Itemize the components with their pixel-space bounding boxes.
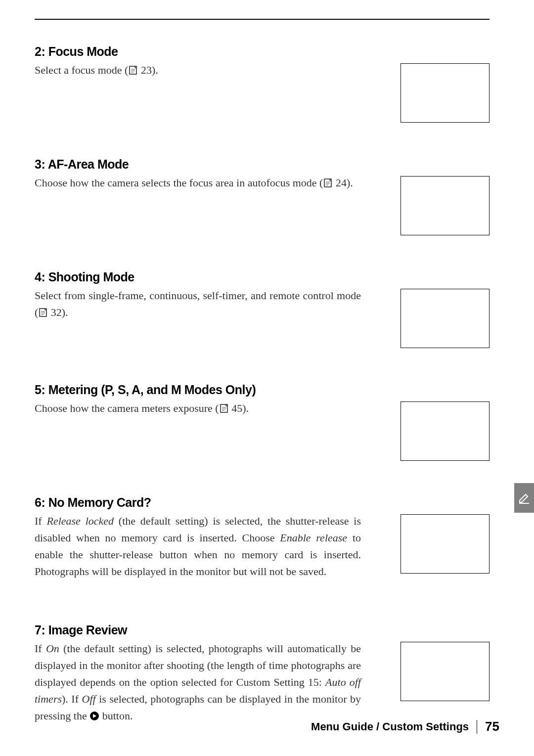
body-text: Select from single-frame, continuous, se…	[35, 289, 361, 318]
footer-separator	[477, 720, 477, 734]
screenshot-placeholder	[400, 514, 490, 574]
page-ref-icon	[39, 308, 47, 317]
body-text: (the default setting) is selected, photo…	[35, 642, 361, 688]
section-title: 7: Image Review	[35, 623, 361, 637]
section-no-memory-card: 6: No Memory Card? If Release locked (th…	[35, 495, 490, 599]
screenshot-placeholder	[400, 642, 490, 701]
page-number: 75	[485, 719, 499, 734]
section-metering: 5: Metering (P, S, A, and M Modes Only) …	[35, 383, 490, 472]
section-focus-mode: 2: Focus Mode Select a focus mode ( 23).	[35, 44, 490, 133]
page-ref-icon	[129, 65, 137, 75]
body-text: Select a focus mode (	[35, 64, 128, 76]
side-tab	[514, 483, 534, 513]
body-text: If	[35, 515, 46, 527]
body-text: 24).	[333, 177, 353, 189]
screenshot-placeholder	[400, 63, 490, 123]
top-rule	[35, 19, 490, 20]
section-body: Select a focus mode ( 23).	[35, 62, 361, 79]
body-text: 23).	[138, 64, 158, 76]
section-title: 4: Shooting Mode	[35, 270, 361, 284]
screenshot-placeholder	[400, 289, 490, 348]
body-text: 45).	[229, 402, 249, 414]
page-ref-icon	[323, 178, 332, 188]
section-title: 3: AF-Area Mode	[35, 157, 361, 172]
section-body: Select from single-frame, continuous, se…	[35, 287, 361, 321]
section-body: Choose how the camera selects the focus …	[35, 175, 361, 191]
section-body: If On (the default setting) is selected,…	[35, 640, 361, 726]
section-body: If Release locked (the default setting) …	[35, 513, 361, 580]
section-title: 6: No Memory Card?	[35, 495, 361, 510]
section-af-area-mode: 3: AF-Area Mode Choose how the camera se…	[35, 157, 490, 246]
body-text: If	[35, 642, 46, 655]
screenshot-placeholder	[400, 176, 490, 235]
body-italic: On	[46, 642, 59, 655]
screenshot-placeholder	[400, 401, 490, 461]
body-text: Choose how the camera selects the focus …	[35, 177, 323, 189]
breadcrumb: Menu Guide / Custom Settings	[311, 720, 469, 733]
body-text: Choose how the camera meters exposure (	[35, 402, 219, 414]
section-image-review: 7: Image Review If On (the default setti…	[35, 623, 490, 726]
section-shooting-mode: 4: Shooting Mode Select from single-fram…	[35, 270, 490, 359]
body-text: 32).	[48, 306, 68, 318]
body-italic: Release locked	[46, 515, 114, 527]
body-italic: Off	[82, 693, 96, 705]
page-content: 2: Focus Mode Select a focus mode ( 23).…	[35, 44, 490, 726]
body-text: ). If	[62, 693, 82, 705]
page-ref-icon	[220, 403, 228, 413]
playback-button-icon	[89, 709, 99, 726]
body-text: button.	[99, 710, 133, 722]
page-footer: Menu Guide / Custom Settings 75	[311, 719, 499, 734]
section-body: Choose how the camera meters exposure ( …	[35, 400, 361, 417]
section-title: 2: Focus Mode	[35, 44, 361, 59]
body-italic: Enable release	[280, 532, 347, 544]
section-title: 5: Metering (P, S, A, and M Modes Only)	[35, 383, 361, 397]
pencil-icon	[518, 492, 530, 504]
